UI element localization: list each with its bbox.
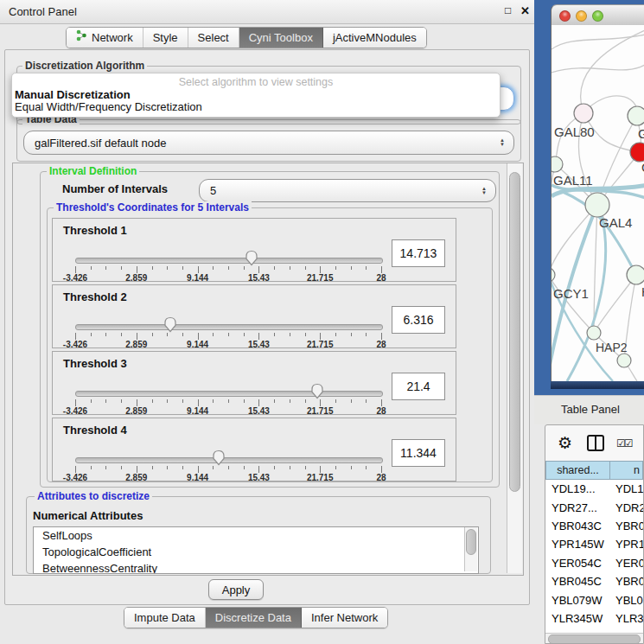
table-cell-shared-name[interactable]: YER054C [545,557,610,570]
slider-track[interactable] [75,391,383,397]
table-row[interactable]: YPR145WYPR1 [545,535,643,553]
thresholds-group-label: Threshold's Coordinates for 5 Intervals [54,201,252,214]
table-cell-name[interactable]: YER0 [610,557,643,570]
tick [320,266,321,273]
tick [105,266,106,270]
gear-icon[interactable]: ⚙ [558,435,572,451]
table-cell-shared-name[interactable]: YDR27... [545,501,610,514]
attributes-list-scrollbar[interactable] [464,527,477,571]
network-node-gal4[interactable] [585,193,609,217]
table-cell-name[interactable]: YBR0 [610,520,643,532]
mac-close-button[interactable] [559,10,571,22]
table-row[interactable]: YDR27...YDR2 [545,498,643,516]
network-window-bottom-border [551,381,644,389]
float-window-icon[interactable]: □ [505,4,511,16]
attribute-item[interactable]: SelfLoops [34,527,478,544]
table-cell-name[interactable]: YPR1 [610,538,643,551]
tab-select[interactable]: Select [188,28,239,48]
slider-track[interactable] [75,457,383,463]
threshold-panel: Threshold 2-3.4262.8599.14415.4321.71528… [52,284,456,348]
threshold-value-field[interactable]: 6.316 [392,306,445,334]
table-cell-shared-name[interactable]: YBR043C [545,520,610,532]
tab-impute-data[interactable]: Impute Data [124,608,206,628]
close-icon[interactable]: ✕ [520,4,530,17]
algorithm-option[interactable]: Manual Discretization [12,89,500,101]
apply-button[interactable]: Apply [208,579,264,600]
table-data-combobox[interactable]: galFiltered.sif default node ▲▼ [23,131,514,155]
tab-discretize-data[interactable]: Discretize Data [206,608,302,628]
network-node-h[interactable] [627,265,644,284]
select-columns-icon[interactable]: ☑☑ [616,437,632,450]
algorithm-option[interactable]: Equal Width/Frequency Discretization [12,101,500,113]
vertical-scrollbar[interactable] [507,163,522,573]
tab-cyni-toolbox[interactable]: Cyni Toolbox [239,28,323,48]
table-cell-shared-name[interactable]: YPR145W [545,538,610,551]
tick-label: 2.859 [125,340,147,349]
table-cell-name[interactable]: YLR3 [610,612,643,625]
top-tab-bar: NetworkStyleSelectCyni ToolboxjActiveMNo… [66,27,427,48]
table-row[interactable]: YBR045CYBR0 [545,572,643,590]
tab-style[interactable]: Style [143,28,188,48]
threshold-value-field[interactable]: 11.344 [392,439,445,467]
column-layout-icon[interactable] [587,435,604,451]
network-node-hap2[interactable] [587,326,601,340]
table-cell-shared-name[interactable]: YBL079W [545,594,610,607]
column-header-name[interactable]: n [610,461,643,480]
attribute-item[interactable]: BetweennessCentrality [34,560,478,574]
tick [91,399,92,403]
threshold-value-field[interactable]: 21.4 [392,373,445,400]
table-cell-name[interactable]: YBR0 [610,575,643,588]
table-row[interactable]: YER054CYER0 [545,554,643,572]
slider-thumb[interactable] [212,450,226,466]
numerical-attributes-list[interactable]: SelfLoopsTopologicalCoefficientBetweenne… [33,526,479,574]
attribute-item[interactable]: TopologicalCoefficient [34,544,478,560]
table-row[interactable]: YBR043CYBR0 [545,517,643,535]
table-cell-shared-name[interactable]: YLR345W [545,612,610,625]
table-row[interactable]: YLR345WYLR3 [545,609,643,628]
network-node-gal11[interactable] [552,156,563,172]
slider-thumb[interactable] [245,250,258,266]
scrollbar-thumb[interactable] [548,634,641,644]
mac-zoom-button[interactable] [592,10,603,22]
tick [351,333,352,336]
horizontal-scrollbar[interactable] [545,633,643,644]
slider-track[interactable] [75,324,383,330]
network-node-n2[interactable] [617,354,631,367]
tick-label: 2.859 [125,406,147,416]
threshold-value-field[interactable]: 14.713 [392,239,445,267]
network-edge [552,65,644,73]
network-node-ga[interactable] [628,106,644,125]
table-cell-name[interactable]: YDL1 [610,482,643,495]
slider-track[interactable] [75,258,383,264]
control-panel-title: Control Panel [9,5,77,18]
tick-label: 28 [376,473,386,482]
table-cell-name[interactable]: YDR2 [610,501,643,514]
mac-minimize-button[interactable] [576,10,587,22]
tick-label: 2.859 [125,273,147,283]
network-node-gcy1[interactable] [552,268,555,282]
slider-thumb[interactable] [310,383,324,399]
table-cell-shared-name[interactable]: YBR045C [545,575,610,588]
table-cell-shared-name[interactable]: YDL19... [545,482,610,495]
tab-jactivemnodules[interactable]: jActiveMNodules [323,28,426,48]
table-row[interactable]: YDL19...YDL1 [545,480,643,498]
network-node-red[interactable] [630,143,644,162]
table-row[interactable]: YBL079WYBL0 [545,590,643,609]
tick [320,466,321,473]
tick [75,399,76,406]
tick [105,466,106,469]
slider-thumb[interactable] [163,316,177,333]
network-window-titlebar[interactable] [551,4,644,27]
column-header-shared-name[interactable]: shared... [545,461,610,480]
tab-network[interactable]: Network [67,28,143,48]
threshold-label: Threshold 1 [63,224,127,237]
num-intervals-combobox[interactable]: 5 ▲▼ [199,179,496,202]
network-canvas[interactable]: GAL80GACGAL11GAL4GCY1HHAP2 [551,25,644,381]
num-intervals-label: Number of Intervals [62,182,168,195]
scrollbar-thumb[interactable] [509,172,520,492]
scrollbar-thumb[interactable] [466,529,476,555]
network-node-gal80[interactable] [574,104,593,123]
tab-infer-network[interactable]: Infer Network [302,608,387,628]
tick [198,466,199,473]
table-cell-name[interactable]: YBL0 [610,594,643,607]
